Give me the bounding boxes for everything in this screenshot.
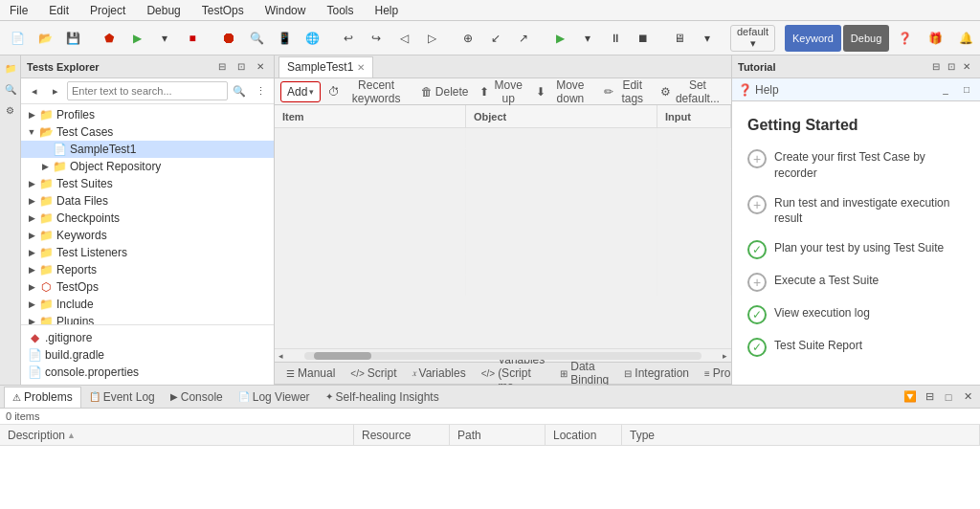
bottom-collapse-btn[interactable]: ⊟ <box>921 388 938 406</box>
search-next-btn[interactable]: ▸ <box>46 81 65 100</box>
mobile-btn[interactable]: 📱 <box>271 25 298 52</box>
pause-btn[interactable]: ⏸ <box>602 25 629 52</box>
table-row[interactable] <box>275 149 731 170</box>
menu-help[interactable]: Help <box>368 2 404 19</box>
maximize-explorer-btn[interactable]: ⊡ <box>234 59 249 75</box>
btab-problems[interactable]: ⚠ Problems <box>4 387 81 408</box>
export-btn[interactable]: ↗ <box>510 25 537 52</box>
icon-bar-explorer[interactable]: 📁 <box>2 59 19 77</box>
table-row[interactable] <box>275 233 731 254</box>
tab-variables[interactable]: 𝑥 Variables <box>405 363 474 384</box>
tree-item-plugins[interactable]: ▶ 📁 Plugins <box>21 313 274 324</box>
add-button[interactable]: Add ▾ <box>280 81 321 102</box>
tree-item-test-cases[interactable]: ▼ 📂 Test Cases <box>21 123 274 141</box>
minimize-right-panel-btn[interactable]: ⊟ <box>928 59 944 75</box>
tab-data-binding[interactable]: ⊞ Data Binding <box>552 363 616 384</box>
prev-btn[interactable]: ◁ <box>390 25 417 52</box>
scroll-thumb[interactable] <box>314 352 371 360</box>
menu-testops[interactable]: TestOps <box>196 2 250 19</box>
search-input[interactable] <box>67 81 228 100</box>
edit-tags-btn[interactable]: ✏ Edit tags <box>600 81 653 102</box>
bell-btn[interactable]: 🔔 <box>952 25 979 52</box>
tab-close-sampletest1[interactable]: ✕ <box>357 62 365 73</box>
tree-item-test-suites[interactable]: ▶ 📁 Test Suites <box>21 175 274 192</box>
tab-manual[interactable]: ☰ Manual <box>278 363 343 384</box>
menu-tools[interactable]: Tools <box>321 2 359 19</box>
tree-item-test-listeners[interactable]: ▶ 📁 Test Listeners <box>21 244 274 261</box>
record-btn[interactable]: ⏺ <box>215 25 242 52</box>
play-btn[interactable]: ▶ <box>546 25 573 52</box>
bottom-maximize-btn[interactable]: □ <box>940 388 957 406</box>
help-btn[interactable]: ❓ Help <box>738 83 779 97</box>
menu-file[interactable]: File <box>4 2 33 19</box>
katalon-btn[interactable]: ⬟ <box>96 25 122 52</box>
btab-event-log[interactable]: 📋 Event Log <box>81 387 163 408</box>
menu-project[interactable]: Project <box>84 2 131 19</box>
close-explorer-btn[interactable]: ✕ <box>253 59 268 75</box>
screen-btn[interactable]: 🖥 <box>666 25 693 52</box>
gs-item-suite-report[interactable]: ✓ Test Suite Report <box>747 338 965 357</box>
tab-sampletest1[interactable]: SampleTest1 ✕ <box>278 56 373 77</box>
move-up-btn[interactable]: ⬆ Move up <box>476 81 528 102</box>
gs-item-run-test[interactable]: + Run test and investigate execution res… <box>747 195 965 228</box>
btab-self-healing[interactable]: ✦ Self-healing Insights <box>318 387 447 408</box>
filter-btn[interactable]: 🔽 <box>902 388 919 406</box>
bottom-file-gitignore[interactable]: ◆ .gitignore <box>27 329 268 346</box>
tree-item-include[interactable]: ▶ 📁 Include <box>21 296 274 313</box>
btab-console[interactable]: ▶ Console <box>163 387 231 408</box>
table-row[interactable] <box>275 254 731 276</box>
tree-item-sampletest1[interactable]: 📄 SampleTest1 <box>21 141 274 158</box>
import-btn[interactable]: ↙ <box>482 25 509 52</box>
help-minimize-btn[interactable]: _ <box>938 82 953 98</box>
delete-btn[interactable]: 🗑 Delete <box>417 81 473 102</box>
table-row[interactable] <box>275 128 731 149</box>
debug-mode-btn[interactable]: Debug <box>843 25 889 52</box>
table-row[interactable] <box>275 212 731 233</box>
bottom-file-build-gradle[interactable]: 📄 build.gradle <box>27 346 268 364</box>
menu-window[interactable]: Window <box>259 2 312 19</box>
collapse-all-btn[interactable]: ⋮ <box>251 81 270 100</box>
gs-item-create-test[interactable]: + Create your first Test Case by recorde… <box>747 149 965 182</box>
run-dropdown-btn[interactable]: ▾ <box>151 25 178 52</box>
run-btn[interactable]: ▶ <box>123 25 150 52</box>
screen-dropdown-btn[interactable]: ▾ <box>694 25 721 52</box>
search-prev-btn[interactable]: ◂ <box>25 81 44 100</box>
bottom-file-console-properties[interactable]: 📄 console.properties <box>27 364 268 381</box>
minimize-explorer-btn[interactable]: ⊟ <box>214 59 230 75</box>
table-row[interactable] <box>275 170 731 191</box>
stop2-btn[interactable]: ⏹ <box>630 25 657 52</box>
scroll-right-arrow[interactable]: ▸ <box>721 351 729 361</box>
tree-item-reports[interactable]: ▶ 📁 Reports <box>21 261 274 278</box>
btab-log-viewer[interactable]: 📄 Log Viewer <box>231 387 318 408</box>
recent-keywords-btn[interactable]: ⏱ Recent keywords <box>324 81 412 102</box>
stop-btn[interactable]: ■ <box>179 25 206 52</box>
browser-btn[interactable]: 🌐 <box>299 25 325 52</box>
gs-item-execute-suite[interactable]: + Execute a Test Suite <box>747 273 965 292</box>
branch-selector[interactable]: default ▾ <box>730 25 775 52</box>
save-btn[interactable]: 💾 <box>59 25 86 52</box>
icon-bar-settings[interactable]: ⚙ <box>2 101 19 119</box>
tree-item-data-files[interactable]: ▶ 📁 Data Files <box>21 192 274 210</box>
gs-item-view-log[interactable]: ✓ View execution log <box>747 305 965 324</box>
next-btn[interactable]: ▷ <box>418 25 445 52</box>
open-btn[interactable]: 📂 <box>32 25 58 52</box>
help-maximize-btn[interactable]: □ <box>959 82 974 98</box>
scroll-left-arrow[interactable]: ◂ <box>277 351 285 361</box>
back-btn[interactable]: ↪ <box>363 25 390 52</box>
add-test-btn[interactable]: ⊕ <box>455 25 481 52</box>
table-row[interactable] <box>275 191 731 212</box>
gift-btn[interactable]: 🎁 <box>922 25 948 52</box>
menu-edit[interactable]: Edit <box>43 2 75 19</box>
gs-item-plan-test[interactable]: ✓ Plan your test by using Test Suite <box>747 240 965 259</box>
close-right-panel-btn[interactable]: ✕ <box>959 59 974 75</box>
play-dropdown-btn[interactable]: ▾ <box>574 25 601 52</box>
bottom-close-btn[interactable]: ✕ <box>959 388 976 406</box>
menu-debug[interactable]: Debug <box>141 2 186 19</box>
spy-btn[interactable]: 🔍 <box>243 25 270 52</box>
table-row[interactable] <box>275 276 731 297</box>
tab-script[interactable]: </> Script <box>343 363 404 384</box>
tree-item-keywords[interactable]: ▶ 📁 Keywords <box>21 227 274 244</box>
question-btn[interactable]: ❓ <box>891 25 918 52</box>
tree-item-checkpoints[interactable]: ▶ 📁 Checkpoints <box>21 210 274 227</box>
tree-item-profiles[interactable]: ▶ 📁 Profiles <box>21 106 274 123</box>
